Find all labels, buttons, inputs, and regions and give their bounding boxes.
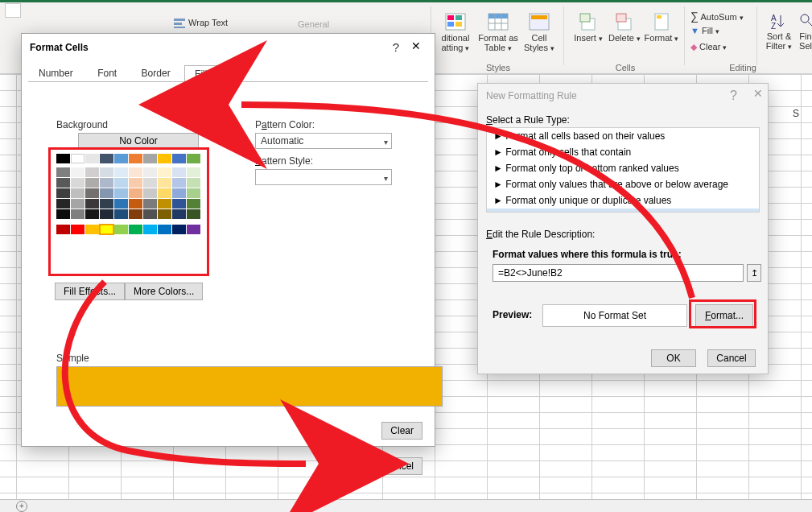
close-icon[interactable]: ✕: [402, 34, 430, 58]
pattern-style-label: Pattern Style:: [255, 155, 313, 167]
chevron-down-icon: ▾: [674, 35, 678, 43]
rule-item[interactable]: ► Format all cells based on their values: [487, 128, 759, 144]
formula-input[interactable]: =B2<>June!B2: [493, 264, 744, 282]
find-select-button[interactable]: Fin Sel: [798, 12, 812, 51]
chevron-down-icon: ▾: [637, 35, 641, 43]
background-label: Background: [56, 119, 108, 130]
number-format-select[interactable]: General: [298, 19, 329, 29]
insert-label: Insert: [574, 33, 596, 43]
title-bar-accent: [0, 0, 812, 2]
svg-rect-20: [657, 15, 662, 19]
range-picker-icon[interactable]: ↥: [747, 264, 761, 282]
ok-button-nfr[interactable]: OK: [651, 349, 696, 367]
sample-label: Sample: [56, 353, 89, 364]
svg-rect-5: [455, 15, 462, 20]
pattern-color-select[interactable]: Automatic: [255, 133, 392, 149]
delete-button[interactable]: Delete ▾: [608, 12, 641, 43]
clear-button[interactable]: Clear: [381, 422, 422, 440]
new-formatting-rule-dialog: New Formatting Rule ? ✕ Select a Rule Ty…: [477, 83, 769, 374]
svg-rect-0: [174, 19, 185, 21]
svg-point-23: [801, 14, 809, 23]
find-label: Fin Sel: [799, 31, 812, 51]
insert-button[interactable]: Insert ▾: [573, 12, 604, 43]
cancel-button[interactable]: Cancel: [375, 457, 422, 475]
no-color-button[interactable]: No Color: [78, 133, 199, 149]
close-icon[interactable]: ✕: [753, 87, 763, 100]
rule-item-selected[interactable]: ► Use a formula to determine which cells…: [487, 209, 759, 213]
annotation-highlight-palette: [48, 147, 209, 276]
chevron-down-icon: ▾: [788, 43, 792, 51]
svg-rect-9: [488, 14, 508, 19]
sheet-tab-bar: +: [0, 499, 812, 512]
pattern-style-select[interactable]: [255, 169, 392, 185]
svg-rect-18: [616, 14, 626, 22]
tab-font[interactable]: Font: [87, 64, 127, 81]
sample-preview: [56, 366, 443, 407]
help-icon[interactable]: ?: [730, 89, 737, 103]
svg-rect-2: [174, 27, 185, 28]
clear-label: Clear: [699, 42, 720, 52]
svg-rect-4: [447, 15, 454, 20]
tab-number[interactable]: Number: [28, 64, 84, 81]
styles-group-label: Styles: [438, 63, 559, 72]
quick-access: [5, 3, 21, 18]
chevron-down-icon: ▾: [465, 44, 469, 52]
add-sheet-button[interactable]: +: [16, 501, 27, 512]
chevron-down-icon: ▾: [508, 44, 512, 52]
annotation-highlight-format: [689, 299, 756, 328]
rule-item[interactable]: ► Format only values that are above or b…: [487, 176, 759, 192]
qat-item[interactable]: [5, 3, 21, 18]
help-icon[interactable]: ?: [393, 40, 399, 54]
autosum-label: AutoSum: [700, 12, 736, 22]
svg-rect-16: [580, 14, 590, 22]
conditional-formatting-button[interactable]: ditional atting ▾: [438, 12, 473, 53]
pattern-color-label: Pattern Color:: [255, 119, 315, 130]
format-table-label: Format as Table: [478, 33, 518, 52]
svg-line-24: [808, 22, 812, 26]
cancel-button-nfr[interactable]: Cancel: [707, 349, 756, 367]
more-colors-button[interactable]: More Colors...: [125, 283, 203, 300]
rule-item[interactable]: ► Format only cells that contain: [487, 144, 759, 160]
svg-rect-14: [531, 15, 547, 19]
preview-label: Preview:: [493, 309, 532, 320]
format-as-table-button[interactable]: Format as Table ▾: [478, 12, 518, 53]
chevron-down-icon: ▾: [715, 27, 719, 35]
fill-effects-button[interactable]: Fill Effects...: [55, 283, 125, 300]
chevron-down-icon: ▾: [723, 43, 727, 52]
tab-fill[interactable]: Fill: [184, 65, 217, 82]
annotation-highlight-fill-tab: [171, 93, 206, 113]
edit-rule-label: Edit the Rule Description:: [486, 229, 595, 240]
tab-border[interactable]: Border: [131, 64, 181, 81]
autosum-button[interactable]: ∑ AutoSum ▾: [690, 10, 744, 23]
cell-styles-label: Cell Styles: [524, 33, 548, 52]
editing-group-label: Editing: [690, 63, 795, 72]
cells-group-label: Cells: [573, 63, 678, 72]
svg-text:Z: Z: [771, 22, 776, 30]
annotation-highlight-ok: [328, 449, 369, 473]
svg-rect-7: [455, 22, 462, 27]
svg-rect-6: [447, 22, 454, 27]
wrap-text[interactable]: Wrap Text: [173, 18, 228, 29]
format-label: Format: [645, 33, 673, 43]
sort-filter-button[interactable]: AZ Sort & Filter ▾: [763, 12, 795, 52]
fill-label: Fill: [702, 26, 713, 35]
cell-styles-button[interactable]: Cell Styles ▾: [523, 12, 555, 53]
sigma-icon: ∑: [690, 10, 699, 23]
svg-rect-1: [174, 23, 182, 25]
select-rule-label: Select a Rule Type:: [486, 114, 570, 126]
preview-box: No Format Set: [542, 304, 687, 327]
rule-type-list[interactable]: ► Format all cells based on their values…: [486, 127, 760, 213]
col-header-S[interactable]: S: [793, 108, 799, 119]
fill-button[interactable]: ▼ Fill ▾: [690, 26, 719, 35]
fill-down-icon: ▼: [690, 26, 699, 35]
clear-button[interactable]: ◆ Clear ▾: [690, 42, 727, 52]
rule-item[interactable]: ► Format only top or bottom ranked value…: [487, 160, 759, 176]
chevron-down-icon: ▾: [550, 44, 554, 52]
wrap-text-label: Wrap Text: [188, 18, 228, 27]
nfr-title: New Formatting Rule: [486, 90, 577, 101]
format-button[interactable]: Format ▾: [644, 12, 679, 43]
chevron-down-icon: ▾: [599, 35, 603, 43]
rule-item[interactable]: ► Format only unique or duplicate values: [487, 192, 759, 209]
chevron-down-icon: ▾: [740, 14, 744, 22]
eraser-icon: ◆: [690, 42, 697, 52]
